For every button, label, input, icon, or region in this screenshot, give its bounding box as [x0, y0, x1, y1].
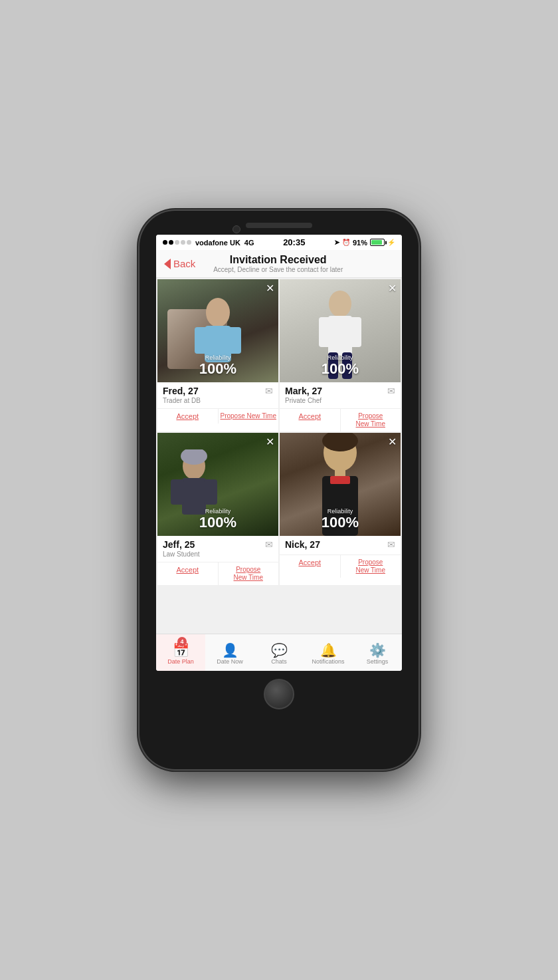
card-fred-accept[interactable]: Accept [157, 409, 219, 424]
card-nick-propose[interactable]: ProposeNew Time [341, 555, 401, 578]
tab-date-plan-label: Date Plan [167, 658, 194, 665]
card-mark-message-icon[interactable]: ✉ [387, 386, 395, 396]
card-jeff-close[interactable]: ✕ [266, 437, 274, 447]
network-label: 4G [244, 239, 254, 247]
card-fred-close[interactable]: ✕ [266, 283, 274, 294]
card-mark-name: Mark, 27 [285, 386, 322, 396]
status-bar: vodafone UK 4G 20:35 ➤ ⏰ 91% ⚡ [156, 235, 402, 250]
signal-dot-2 [169, 240, 173, 245]
cards-grid: ✕ Reliability 100% Fred, 27 Trader at DB [156, 278, 402, 586]
bell-icon: 🔔 [320, 644, 337, 657]
tab-notifications[interactable]: 🔔 Notifications [304, 634, 353, 671]
tab-date-now[interactable]: 👤 Date Now [205, 634, 254, 671]
reliability-pct-3: 100% [157, 515, 278, 531]
content-area: ✕ Reliability 100% Fred, 27 Trader at DB [156, 278, 402, 634]
tab-settings-label: Settings [367, 658, 389, 665]
signal-dot-1 [163, 240, 167, 245]
speaker [246, 223, 312, 228]
phone-frame: vodafone UK 4G 20:35 ➤ ⏰ 91% ⚡ Back Invi… [140, 211, 418, 769]
tab-chats[interactable]: 💬 Chats [254, 634, 304, 671]
card-fred: ✕ Reliability 100% Fred, 27 Trader at DB [157, 279, 278, 431]
card-jeff-info: Jeff, 25 Law Student ✉ [157, 536, 278, 562]
svg-point-0 [206, 298, 230, 327]
tab-bar: 4 📅 Date Plan 👤 Date Now 💬 Chats 🔔 Notif… [156, 634, 402, 671]
phone-screen: vodafone UK 4G 20:35 ➤ ⏰ 91% ⚡ Back Invi… [156, 235, 402, 671]
card-nick-message-icon[interactable]: ✉ [387, 539, 395, 550]
svg-rect-2 [195, 327, 208, 354]
signal-dot-5 [187, 240, 191, 245]
camera [232, 225, 240, 233]
card-jeff-image: ✕ Reliability 100% [157, 433, 278, 536]
card-nick: ✕ Reliability 100% Nick, 27 ✉ [280, 433, 401, 585]
card-fred-image: ✕ Reliability 100% [157, 279, 278, 382]
tab-chats-label: Chats [271, 658, 287, 665]
home-button[interactable] [264, 679, 294, 709]
nav-bar: Back Invitation Received Accept, Decline… [156, 250, 402, 278]
back-button[interactable]: Back [164, 258, 195, 269]
card-jeff: ✕ Reliability 100% Jeff, 25 Law Student [157, 433, 278, 585]
page-title: Invitation Received [195, 254, 361, 266]
gear-icon: ⚙️ [369, 644, 386, 657]
card-nick-close[interactable]: ✕ [388, 437, 397, 447]
card-jeff-message-icon[interactable]: ✉ [265, 539, 273, 550]
card-mark-reliability: Reliability 100% [280, 354, 401, 377]
tab-settings[interactable]: ⚙️ Settings [353, 634, 402, 671]
charging-icon: ⚡ [387, 239, 395, 246]
time-label: 20:35 [283, 237, 305, 247]
svg-rect-13 [171, 479, 184, 505]
svg-rect-6 [319, 317, 331, 347]
card-mark-image: ✕ Reliability 100% [280, 279, 401, 382]
reliability-pct-1: 100% [157, 361, 278, 377]
back-arrow-icon [164, 259, 171, 269]
card-fred-propose[interactable]: Propose New Time [219, 409, 279, 424]
signal-dots [163, 240, 191, 245]
card-fred-info: Fred, 27 Trader at DB ✉ [157, 382, 278, 408]
tab-date-plan-badge: 4 [177, 637, 187, 646]
battery-pct: 91% [353, 239, 367, 247]
battery-icon [370, 239, 385, 246]
card-mark-job: Private Chef [285, 397, 322, 404]
card-mark-info: Mark, 27 Private Chef ✉ [280, 382, 401, 408]
card-nick-actions: Accept ProposeNew Time [280, 554, 401, 578]
card-fred-name: Fred, 27 [163, 386, 201, 396]
card-mark: ✕ Reliability 100% Mark, 27 Private Chef [280, 279, 401, 431]
card-fred-message-icon[interactable]: ✉ [265, 386, 273, 396]
card-jeff-propose[interactable]: ProposeNew Time [219, 562, 279, 585]
card-mark-accept[interactable]: Accept [280, 409, 341, 431]
card-jeff-reliability: Reliability 100% [157, 508, 278, 531]
card-fred-actions: Accept Propose New Time [157, 408, 278, 424]
carrier-label: vodafone UK [195, 239, 240, 247]
svg-rect-7 [349, 317, 361, 347]
svg-rect-5 [328, 316, 352, 356]
page-subtitle: Accept, Decline or Save the contact for … [195, 266, 361, 273]
card-jeff-job: Law Student [163, 551, 200, 558]
svg-rect-17 [335, 467, 345, 477]
reliability-pct-4: 100% [280, 515, 401, 531]
person-icon: 👤 [222, 644, 238, 657]
card-nick-image: ✕ Reliability 100% [280, 433, 401, 536]
card-nick-name: Nick, 27 [285, 539, 320, 550]
svg-point-4 [329, 291, 351, 317]
battery-fill [371, 240, 382, 245]
signal-dot-4 [181, 240, 185, 245]
tab-date-now-label: Date Now [217, 658, 243, 665]
card-mark-close[interactable]: ✕ [388, 283, 397, 294]
card-fred-reliability: Reliability 100% [157, 354, 278, 377]
card-nick-accept[interactable]: Accept [280, 555, 341, 578]
status-right: ➤ ⏰ 91% ⚡ [334, 239, 395, 247]
nav-title-area: Invitation Received Accept, Decline or S… [195, 254, 361, 273]
tab-notifications-label: Notifications [312, 658, 344, 665]
chat-icon: 💬 [271, 644, 288, 657]
alarm-icon: ⏰ [342, 239, 350, 246]
tab-date-plan[interactable]: 4 📅 Date Plan [156, 634, 205, 671]
card-nick-info: Nick, 27 ✉ [280, 536, 401, 554]
status-left: vodafone UK 4G [163, 239, 254, 247]
card-jeff-accept[interactable]: Accept [157, 562, 219, 585]
card-nick-reliability: Reliability 100% [280, 508, 401, 531]
back-label: Back [173, 258, 195, 269]
card-fred-job: Trader at DB [163, 397, 201, 404]
signal-dot-3 [175, 240, 179, 245]
card-mark-propose[interactable]: ProposeNew Time [341, 409, 401, 431]
reliability-pct-2: 100% [280, 361, 401, 377]
card-mark-actions: Accept ProposeNew Time [280, 408, 401, 431]
